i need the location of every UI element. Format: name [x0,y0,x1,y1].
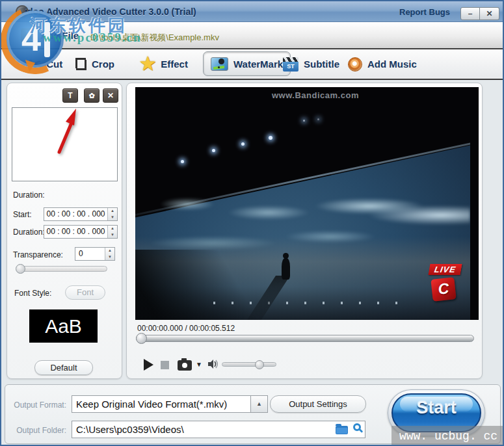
duration-time-input[interactable]: 00 : 00 : 00 . 000 ▲ ▼ [44,225,118,239]
tab-cut-label: Cut [46,59,62,70]
transparence-input[interactable]: 0 ▲ ▼ [75,247,115,261]
output-folder-input[interactable]: C:\Users\pc0359\Videos\ [72,421,365,438]
watermark-settings-panel: T ✿ ✕ Duration: Start: 00 : 00 : 00 . 00… [7,83,122,379]
tab-add-music-label: Add Music [367,59,417,70]
output-format-dropdown-button[interactable]: ▲ [250,395,268,413]
file-bar: Add File D:\tools\桌面\新视频\Example.mkv [1,22,503,49]
output-format-label: Output Format: [8,400,66,410]
scissors-icon: ✂ [29,57,41,72]
open-folder-search-icon[interactable] [353,423,361,431]
spin-down-icon[interactable]: ▼ [105,254,114,261]
video-frame: www.Bandicam.com LIVE C [135,87,470,320]
add-text-watermark-button[interactable]: T [62,88,78,103]
close-button[interactable]: ✕ [480,7,499,20]
preview-panel: www.Bandicam.com LIVE C 00:00:00.000 / 0… [126,83,483,379]
tab-crop-label: Crop [92,59,114,70]
stop-button[interactable] [161,361,169,369]
title-bar: idoo Advanced Video Cutter 3.0.0 (Trial)… [1,1,503,22]
spin-down-icon[interactable]: ▼ [108,215,117,221]
start-label: Start: [13,210,32,219]
output-folder-label: Output Folder: [8,426,66,435]
duration-time-spinner[interactable]: ▲ ▼ [107,226,117,238]
tab-cut[interactable]: ✂ Cut [29,49,62,79]
window-title: idoo Advanced Video Cutter 3.0.0 (Trial) [25,7,196,17]
transparence-slider[interactable] [16,266,107,272]
default-button[interactable]: Default [34,360,93,375]
stage-light-dot [241,142,245,146]
channel-logo: C [431,277,456,302]
transparence-slider-thumb[interactable] [16,264,25,274]
add-file-button[interactable]: Add File [40,30,79,41]
transparence-value: 0 [75,248,105,260]
person-silhouette [282,258,290,280]
add-file-icon [21,28,36,44]
snapshot-camera-button[interactable] [178,360,192,371]
stage-light-dot [269,136,272,140]
play-button[interactable] [144,359,153,371]
stage-light-dot [212,149,215,152]
duration-heading: Duration: [13,190,45,200]
star-icon: ★ [140,55,155,73]
volume-slider-thumb[interactable] [255,360,264,369]
seek-thumb[interactable] [136,333,147,344]
tab-watermark-selected[interactable]: WaterMark [203,51,291,76]
font-style-label: Font Style: [14,289,51,298]
stage-light-dot [317,118,319,120]
remove-watermark-button[interactable]: ✕ [103,88,118,103]
spin-down-icon[interactable]: ▼ [108,232,117,239]
tab-subtitle-label: Subtitle [304,59,339,70]
subtitle-icon: ST [283,57,298,72]
stage-light-dot [303,120,305,122]
speaker-icon[interactable] [207,359,219,372]
crop-icon [74,58,86,70]
window-controls: – ✕ [460,7,499,20]
report-bugs-link[interactable]: Report Bugs [399,7,450,17]
live-badge: LIVE [429,264,462,275]
duration-label: Duration: [13,228,45,237]
output-settings-button[interactable]: Output Settings [270,395,366,413]
tab-watermark-label: WaterMark [233,59,283,70]
font-button[interactable]: Font [65,285,105,300]
clapper-stripes [283,57,298,62]
browse-folder-icon[interactable] [336,426,348,434]
seek-bar[interactable] [136,335,474,342]
snapshot-dropdown-icon[interactable]: ▼ [196,361,202,368]
add-image-watermark-button[interactable]: ✿ [84,88,99,103]
spin-up-icon[interactable]: ▲ [105,248,114,254]
start-button[interactable]: Start [388,389,485,436]
tab-crop[interactable]: Crop [74,49,114,79]
tab-effect[interactable]: ★ Effect [140,49,188,79]
volume-slider[interactable] [222,362,276,367]
watermark-icon [211,57,228,71]
transparence-label: Transparence: [13,250,63,259]
time-display: 00:00:00.000 / 00:00:05.512 [137,324,235,333]
minimize-button[interactable]: – [460,7,480,20]
transparence-spinner[interactable]: ▲ ▼ [105,248,114,260]
start-time-value: 00 : 00 : 00 . 000 [44,208,107,220]
subtitle-st-text: ST [283,62,298,72]
duration-time-value: 00 : 00 : 00 . 000 [44,226,107,238]
output-format-select[interactable]: Keep Original Video Format(*.mkv) [72,395,251,413]
toolbar: ✂ Cut Crop ★ Effect WaterMark ST Subtitl… [1,49,503,80]
video-light-row [213,302,402,304]
spin-up-icon[interactable]: ▲ [108,226,117,232]
app-window: idoo Advanced Video Cutter 3.0.0 (Trial)… [0,0,504,446]
bandicam-watermark-text: www.Bandicam.com [272,90,359,100]
loaded-file-path: D:\tools\桌面\新视频\Example.mkv [90,32,219,44]
start-time-input[interactable]: 00 : 00 : 00 . 000 ▲ ▼ [44,207,118,221]
watermark-list[interactable] [12,107,118,181]
tab-effect-label: Effect [161,59,188,70]
stage-light-dot [181,160,184,163]
start-button-label: Start [388,389,485,436]
music-icon [348,57,362,72]
font-preview-box: AaB [29,309,98,343]
spin-up-icon[interactable]: ▲ [108,208,117,215]
tab-subtitle[interactable]: ST Subtitle [283,49,339,79]
output-panel: Output Format: Keep Original Video Forma… [5,384,501,444]
start-time-spinner[interactable]: ▲ ▼ [107,208,117,220]
video-preview: www.Bandicam.com LIVE C [135,87,479,320]
tab-add-music[interactable]: Add Music [348,49,417,79]
